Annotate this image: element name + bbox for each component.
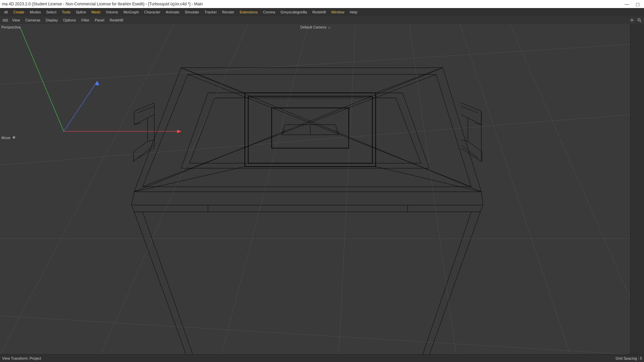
- viewport-menu-view[interactable]: View: [9, 16, 23, 24]
- menu-item-select[interactable]: Select: [44, 8, 59, 16]
- viewport-right-icons: [629, 17, 644, 23]
- menu-item-tracker[interactable]: Tracker: [202, 8, 219, 16]
- viewport-menu-filter[interactable]: Filter: [78, 16, 92, 24]
- viewport-menu-panel[interactable]: Panel: [92, 16, 107, 24]
- viewport-menu-cameras[interactable]: Cameras: [23, 16, 43, 24]
- camera-icon: ⌕: [328, 25, 330, 29]
- window-controls: — ▢: [625, 2, 642, 7]
- menu-item-dit[interactable]: dit: [1, 8, 11, 16]
- status-left: View Transform: Project: [2, 356, 615, 360]
- menu-item-character[interactable]: Character: [142, 8, 163, 16]
- svg-line-14: [20, 27, 64, 131]
- svg-marker-18: [177, 130, 181, 133]
- svg-line-4: [0, 316, 631, 355]
- menu-item-greyscalegorilla[interactable]: Greyscalegorilla: [278, 8, 310, 16]
- svg-line-28: [376, 167, 481, 192]
- svg-line-30: [429, 212, 480, 355]
- move-icon: ✥: [12, 135, 15, 140]
- menu-item-spline[interactable]: Spline: [73, 8, 89, 16]
- svg-line-27: [134, 167, 245, 192]
- menu-item-modes[interactable]: Modes: [27, 8, 44, 16]
- main-menu-bar: ditCreateModesSelectToolsSplineMeshVolum…: [0, 8, 644, 16]
- svg-line-7: [221, 24, 309, 355]
- menu-item-extensions[interactable]: Extensions: [237, 8, 260, 16]
- right-side-bar: [630, 24, 644, 355]
- svg-line-41: [181, 68, 481, 192]
- svg-line-29: [134, 212, 186, 355]
- viewport[interactable]: Perspective Default Camera ⌕ Move ✥: [0, 24, 631, 355]
- svg-line-10: [460, 24, 570, 355]
- svg-point-0: [638, 19, 640, 21]
- pan-icon[interactable]: [629, 17, 635, 23]
- menu-item-volume[interactable]: Volume: [103, 8, 121, 16]
- minimize-button[interactable]: —: [625, 2, 629, 7]
- svg-line-6: [101, 24, 248, 355]
- menu-item-window[interactable]: Window: [329, 8, 347, 16]
- status-right: Grid Spacing : 5: [615, 356, 642, 360]
- menu-item-redshift[interactable]: Redshift: [310, 8, 328, 16]
- status-bar: View Transform: Project Grid Spacing : 5: [0, 354, 644, 362]
- menu-item-mograph[interactable]: MoGraph: [121, 8, 142, 16]
- svg-line-42: [134, 68, 443, 192]
- svg-line-39: [461, 140, 468, 141]
- view-name-label: Perspective: [1, 25, 20, 29]
- camera-name-label: Default Camera ⌕: [300, 25, 330, 29]
- viewport-canvas[interactable]: [0, 24, 631, 355]
- svg-line-5: [0, 24, 174, 355]
- svg-line-31: [143, 212, 193, 355]
- menu-item-help[interactable]: Help: [347, 8, 360, 16]
- viewport-menu-bar: ViewCamerasDisplayOptionsFilterPanelReds…: [0, 16, 644, 24]
- viewport-menu-display[interactable]: Display: [43, 16, 60, 24]
- svg-line-1: [640, 21, 641, 22]
- menu-item-create[interactable]: Create: [11, 8, 27, 16]
- window-title: ma 4D 2023.2.0 (Student License - Non-Co…: [2, 2, 625, 6]
- svg-line-9: [409, 24, 456, 355]
- viewport-menu-redshift[interactable]: Redshift: [107, 16, 126, 24]
- svg-line-35: [148, 115, 154, 118]
- hamburger-icon[interactable]: [1, 19, 9, 21]
- menu-item-simulate[interactable]: Simulate: [182, 8, 202, 16]
- menu-item-mesh[interactable]: Mesh: [89, 8, 103, 16]
- svg-line-12: [0, 44, 631, 84]
- menu-item-animate[interactable]: Animate: [163, 8, 182, 16]
- svg-line-40: [475, 123, 481, 125]
- maximize-button[interactable]: ▢: [635, 2, 640, 7]
- viewport-menu-options[interactable]: Options: [60, 16, 78, 24]
- svg-line-3: [0, 115, 631, 165]
- svg-line-8: [339, 24, 356, 355]
- menu-item-tools[interactable]: Tools: [59, 8, 73, 16]
- svg-line-37: [134, 123, 141, 125]
- svg-line-44: [143, 74, 436, 187]
- svg-line-15: [64, 81, 97, 131]
- svg-line-11: [510, 24, 631, 299]
- zoom-icon[interactable]: [637, 17, 642, 23]
- tool-label: Move ✥: [1, 135, 15, 140]
- svg-line-38: [461, 115, 468, 118]
- svg-line-26: [376, 68, 443, 93]
- svg-line-32: [423, 212, 471, 355]
- menu-item-render[interactable]: Render: [219, 8, 237, 16]
- title-bar: ma 4D 2023.2.0 (Student License - Non-Co…: [0, 0, 644, 8]
- menu-item-corona[interactable]: Corona: [260, 8, 278, 16]
